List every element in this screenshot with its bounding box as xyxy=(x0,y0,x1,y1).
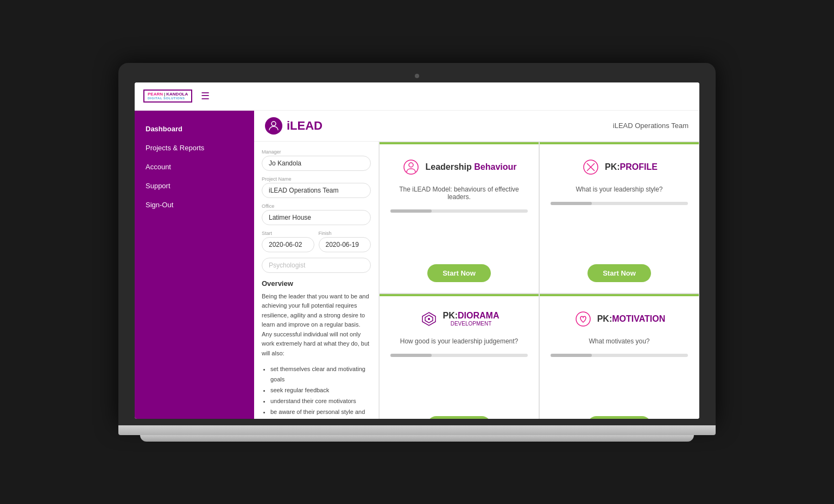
main-layout: Dashboard Projects & Reports Account Sup… xyxy=(135,111,699,419)
screen-bezel: PEARN | KANDOLA DIGITAL SOLUTIONS ☰ Dash… xyxy=(118,63,716,425)
card-pkprofile-header: PK:PROFILE xyxy=(581,157,658,177)
sidebar-item-account[interactable]: Account xyxy=(135,157,254,176)
bullet-list: set themselves clear and motivating goal… xyxy=(262,364,371,419)
cards-grid: Leadership Behaviour The iLEAD Model: be… xyxy=(379,142,699,419)
card-pkprofile-title: PK:PROFILE xyxy=(605,162,658,172)
logo-kandola: KANDOLA xyxy=(166,92,188,97)
ilead-icon xyxy=(265,117,282,135)
card-pkdiorama-sub: DEVELOPMENT xyxy=(443,321,500,327)
card-pkprofile-progress xyxy=(551,202,688,205)
pkprofile-icon xyxy=(581,157,601,177)
laptop-container: PEARN | KANDOLA DIGITAL SOLUTIONS ☰ Dash… xyxy=(118,63,716,442)
sidebar-item-dashboard[interactable]: Dashboard xyxy=(135,119,254,138)
start-field-group: Start 2020-06-02 xyxy=(262,231,314,252)
camera xyxy=(415,74,419,78)
finish-label: Finish xyxy=(319,231,371,236)
office-input[interactable]: Latimer House xyxy=(262,210,371,225)
card-leadership-title: Leadership Behaviour xyxy=(425,162,516,172)
content-area: iLEAD iLEAD Operations Team Manager Jo K… xyxy=(254,111,699,419)
sidebar-item-support[interactable]: Support xyxy=(135,176,254,195)
sidebar: Dashboard Projects & Reports Account Sup… xyxy=(135,111,254,419)
finish-field-group: Finish 2020-06-19 xyxy=(319,231,371,252)
start-now-pkprofile-button[interactable]: Start Now xyxy=(587,264,651,282)
card-pkdiorama-title: PK:DIORAMA xyxy=(443,311,500,320)
card-leadership-progress xyxy=(390,209,528,213)
date-row: Start 2020-06-02 Finish 2020-06-19 xyxy=(262,231,371,258)
bullet-item: seek regular feedback xyxy=(270,385,371,396)
manager-field-group: Manager Jo Kandola xyxy=(262,149,371,171)
laptop-bottom xyxy=(140,435,694,442)
logo: PEARN | KANDOLA DIGITAL SOLUTIONS xyxy=(143,90,192,103)
svg-point-2 xyxy=(409,163,413,167)
card-pkprofile-desc: What is your leadership style? xyxy=(576,186,662,193)
start-now-pkdiorama-button[interactable]: Start Now xyxy=(427,416,491,419)
card-leadership-desc: The iLEAD Model: behaviours of effective… xyxy=(390,186,528,201)
ilead-ops-title: iLEAD Operations Team xyxy=(613,122,688,130)
svg-point-8 xyxy=(428,318,430,320)
card-leadership: Leadership Behaviour The iLEAD Model: be… xyxy=(379,142,539,294)
finish-input[interactable]: 2020-06-19 xyxy=(319,237,371,252)
project-input[interactable]: iLEAD Operations Team xyxy=(262,183,371,198)
office-field-group: Office Latimer House xyxy=(262,203,371,225)
card-pkprofile: PK:PROFILE What is your leadership style… xyxy=(539,142,699,294)
pkmotivation-icon xyxy=(573,309,593,329)
card-pkmotivation-title: PK:MOTIVATION xyxy=(597,314,666,324)
screen: PEARN | KANDOLA DIGITAL SOLUTIONS ☰ Dash… xyxy=(135,82,699,419)
project-label: Project Name xyxy=(262,176,371,182)
psychologist-field-group: Psychologist xyxy=(262,258,371,273)
manager-label: Manager xyxy=(262,149,371,155)
psychologist-input[interactable]: Psychologist xyxy=(262,258,371,273)
card-pkdiorama: PK:DIORAMA DEVELOPMENT How good is your … xyxy=(379,294,539,419)
card-pkdiorama-progress xyxy=(390,354,528,357)
office-label: Office xyxy=(262,203,371,209)
sidebar-item-signout[interactable]: Sign-Out xyxy=(135,195,254,214)
bullet-item: set themselves clear and motivating goal… xyxy=(270,364,371,386)
hamburger-icon[interactable]: ☰ xyxy=(201,90,210,102)
bullet-item: be aware of their personal style and imp… xyxy=(270,407,371,419)
overview-text: Being the leader that you want to be and… xyxy=(262,292,371,359)
ilead-title: iLEAD xyxy=(287,119,323,133)
start-now-leadership-button[interactable]: Start Now xyxy=(427,264,491,282)
card-pkdiorama-desc: How good is your leadership judgement? xyxy=(400,337,518,345)
start-input[interactable]: 2020-06-02 xyxy=(262,237,314,252)
card-pkmotivation-progress xyxy=(551,354,688,357)
card-pkmotivation: PK:MOTIVATION What motivates you? Start … xyxy=(539,294,699,419)
content-header: iLEAD iLEAD Operations Team xyxy=(254,111,699,142)
sidebar-item-projects[interactable]: Projects & Reports xyxy=(135,138,254,157)
panels-container: Manager Jo Kandola Project Name iLEAD Op… xyxy=(254,142,699,419)
card-pkmotivation-desc: What motivates you? xyxy=(589,337,649,345)
svg-point-0 xyxy=(271,122,276,126)
manager-input[interactable]: Jo Kandola xyxy=(262,156,371,171)
topbar: PEARN | KANDOLA DIGITAL SOLUTIONS ☰ xyxy=(135,82,699,111)
svg-point-9 xyxy=(576,312,590,326)
right-panel: Leadership Behaviour The iLEAD Model: be… xyxy=(379,142,699,419)
start-now-pkmotivation-button[interactable]: Start Now xyxy=(587,416,651,419)
leadership-icon xyxy=(401,157,421,177)
laptop-base xyxy=(118,425,716,435)
overview-title: Overview xyxy=(262,279,371,288)
ilead-logo-area: iLEAD xyxy=(265,117,323,135)
card-pkdiorama-header: PK:DIORAMA DEVELOPMENT xyxy=(419,309,500,329)
logo-pearn: PEARN xyxy=(148,92,163,97)
app-container: PEARN | KANDOLA DIGITAL SOLUTIONS ☰ Dash… xyxy=(135,82,699,419)
left-panel: Manager Jo Kandola Project Name iLEAD Op… xyxy=(254,142,379,419)
pkdiorama-icon xyxy=(419,309,439,329)
project-field-group: Project Name iLEAD Operations Team xyxy=(262,176,371,198)
card-pkmotivation-header: PK:MOTIVATION xyxy=(573,309,666,329)
logo-digital: DIGITAL SOLUTIONS xyxy=(148,97,188,100)
card-leadership-header: Leadership Behaviour xyxy=(401,157,516,177)
bullet-item: understand their core motivators xyxy=(270,396,371,407)
start-label: Start xyxy=(262,231,314,236)
